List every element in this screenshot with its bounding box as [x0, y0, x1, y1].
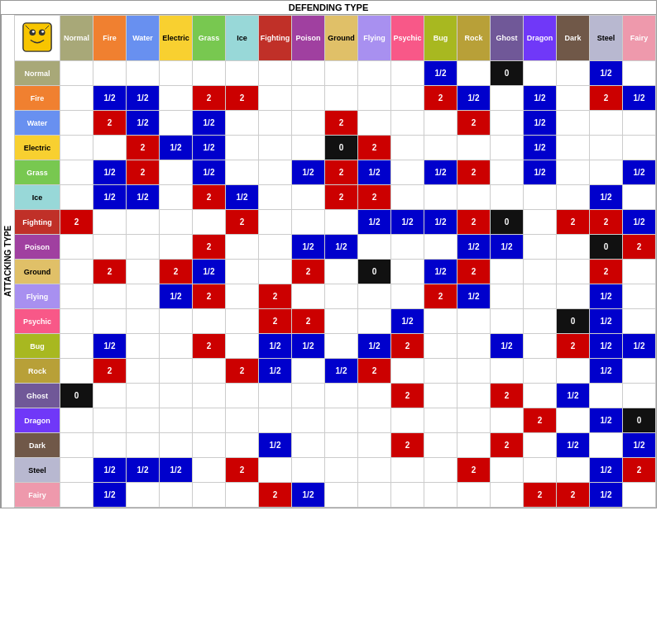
- cell-psychic-vs-fire: [93, 309, 127, 334]
- cell-grass-vs-psychic: [391, 160, 424, 185]
- cell-dragon-vs-ground: [325, 408, 358, 433]
- row-header-ghost: Ghost: [15, 384, 60, 408]
- cell-psychic-vs-dark: 0: [557, 309, 590, 334]
- cell-ice-vs-grass: 2: [193, 185, 226, 210]
- cell-normal-vs-dark: [557, 61, 590, 86]
- cell-dark-vs-fire: [93, 433, 127, 458]
- cell-steel-vs-fire: 1/2: [93, 458, 127, 483]
- cell-steel-vs-water: 1/2: [127, 458, 160, 483]
- cell-normal-vs-fairy: [623, 61, 656, 86]
- cell-ghost-vs-psychic: 2: [391, 384, 424, 408]
- row-header-rock: Rock: [15, 359, 60, 384]
- cell-dragon-vs-psychic: [391, 408, 424, 433]
- cell-dark-vs-rock: [457, 433, 491, 458]
- cell-ice-vs-ghost: [491, 185, 524, 210]
- cell-steel-vs-bug: [424, 458, 457, 483]
- cell-rock-vs-ghost: [491, 359, 524, 384]
- cell-ice-vs-bug: [424, 185, 457, 210]
- cell-dragon-vs-ghost: [491, 408, 524, 433]
- cell-ice-vs-flying: 2: [358, 185, 391, 210]
- cell-poison-vs-normal: [60, 235, 93, 260]
- cell-fighting-vs-psychic: 1/2: [391, 210, 424, 235]
- row-header-dark: Dark: [15, 433, 60, 458]
- cell-ghost-vs-electric: [160, 384, 193, 408]
- cell-rock-vs-psychic: [391, 359, 424, 384]
- cell-ground-vs-bug: 1/2: [424, 260, 457, 284]
- cell-bug-vs-fairy: 1/2: [623, 334, 656, 359]
- cell-ghost-vs-steel: [590, 384, 623, 408]
- cell-steel-vs-ice: 2: [226, 458, 259, 483]
- cell-psychic-vs-poison: 2: [292, 309, 325, 334]
- cell-water-vs-ground: 2: [325, 111, 358, 136]
- cell-flying-vs-fire: [93, 284, 127, 309]
- cell-rock-vs-flying: 2: [358, 359, 391, 384]
- cell-grass-vs-rock: 2: [457, 160, 491, 185]
- cell-electric-vs-normal: [60, 136, 93, 160]
- cell-ice-vs-fire: 1/2: [93, 185, 127, 210]
- cell-ice-vs-steel: 1/2: [590, 185, 623, 210]
- cell-fighting-vs-fire: [93, 210, 127, 235]
- cell-fighting-vs-ground: [325, 210, 358, 235]
- cell-electric-vs-steel: [590, 136, 623, 160]
- cell-fire-vs-dark: [557, 86, 590, 111]
- cell-psychic-vs-flying: [358, 309, 391, 334]
- cell-fairy-vs-dragon: 2: [524, 483, 557, 508]
- cell-psychic-vs-normal: [60, 309, 93, 334]
- cell-psychic-vs-grass: [193, 309, 226, 334]
- cell-electric-vs-fairy: [623, 136, 656, 160]
- cell-bug-vs-water: [127, 334, 160, 359]
- row-header-water: Water: [15, 111, 60, 136]
- cell-fighting-vs-steel: 2: [590, 210, 623, 235]
- cell-dark-vs-ghost: 2: [491, 433, 524, 458]
- cell-psychic-vs-bug: [424, 309, 457, 334]
- cell-poison-vs-ghost: 1/2: [491, 235, 524, 260]
- cell-steel-vs-dark: [557, 458, 590, 483]
- cell-poison-vs-steel: 0: [590, 235, 623, 260]
- col-header-fairy: Fairy: [623, 16, 656, 61]
- cell-rock-vs-dragon: [524, 359, 557, 384]
- cell-fire-vs-dragon: 1/2: [524, 86, 557, 111]
- row-header-bug: Bug: [15, 334, 60, 359]
- cell-fire-vs-water: 1/2: [127, 86, 160, 111]
- cell-water-vs-poison: [292, 111, 325, 136]
- cell-ground-vs-normal: [60, 260, 93, 284]
- cell-bug-vs-psychic: 2: [391, 334, 424, 359]
- cell-bug-vs-poison: 1/2: [292, 334, 325, 359]
- cell-psychic-vs-fighting: 2: [259, 309, 292, 334]
- cell-flying-vs-dark: [557, 284, 590, 309]
- col-header-dragon: Dragon: [524, 16, 557, 61]
- cell-fire-vs-ice: 2: [226, 86, 259, 111]
- cell-psychic-vs-psychic: 1/2: [391, 309, 424, 334]
- cell-bug-vs-grass: 2: [193, 334, 226, 359]
- cell-psychic-vs-dragon: [524, 309, 557, 334]
- cell-rock-vs-fighting: 1/2: [259, 359, 292, 384]
- cell-psychic-vs-ghost: [491, 309, 524, 334]
- cell-steel-vs-ghost: [491, 458, 524, 483]
- cell-water-vs-flying: [358, 111, 391, 136]
- cell-poison-vs-electric: [160, 235, 193, 260]
- cell-flying-vs-psychic: [391, 284, 424, 309]
- cell-dark-vs-ice: [226, 433, 259, 458]
- cell-dark-vs-fairy: 1/2: [623, 433, 656, 458]
- col-header-psychic: Psychic: [391, 16, 424, 61]
- cell-ground-vs-dark: [557, 260, 590, 284]
- cell-fairy-vs-water: [127, 483, 160, 508]
- cell-dark-vs-psychic: 2: [391, 433, 424, 458]
- cell-ice-vs-normal: [60, 185, 93, 210]
- cell-fire-vs-poison: [292, 86, 325, 111]
- cell-steel-vs-normal: [60, 458, 93, 483]
- cell-bug-vs-ghost: 1/2: [491, 334, 524, 359]
- cell-poison-vs-fire: [93, 235, 127, 260]
- cell-psychic-vs-electric: [160, 309, 193, 334]
- cell-psychic-vs-fairy: [623, 309, 656, 334]
- cell-bug-vs-ground: [325, 334, 358, 359]
- cell-rock-vs-dark: [557, 359, 590, 384]
- cell-dragon-vs-rock: [457, 408, 491, 433]
- cell-fire-vs-bug: 2: [424, 86, 457, 111]
- cell-poison-vs-rock: 1/2: [457, 235, 491, 260]
- cell-rock-vs-steel: 1/2: [590, 359, 623, 384]
- cell-flying-vs-steel: 1/2: [590, 284, 623, 309]
- cell-fire-vs-steel: 2: [590, 86, 623, 111]
- cell-flying-vs-dragon: [524, 284, 557, 309]
- cell-dragon-vs-steel: 1/2: [590, 408, 623, 433]
